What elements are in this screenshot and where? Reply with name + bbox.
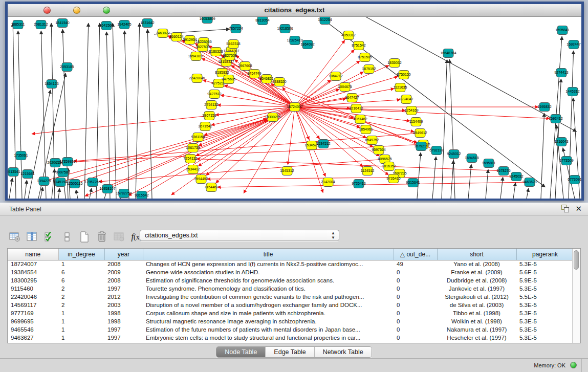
table-row[interactable]: 911546021997Tourette syndrome. Phenomeno… <box>8 285 572 293</box>
cell-title[interactable]: Estimation of significance thresholds fo… <box>143 276 394 285</box>
table-vertical-scrollbar[interactable] <box>572 249 580 343</box>
cell-in_degree[interactable]: 6 <box>58 268 104 276</box>
cell-out_degree[interactable]: 49 <box>394 260 437 268</box>
graph-edge[interactable] <box>9 178 12 199</box>
cell-name[interactable]: 18300295 <box>8 276 58 285</box>
cell-title[interactable]: Structural magnetic resonance image aver… <box>143 317 394 325</box>
cell-title[interactable]: Changes of HCN gene expression and I(f) … <box>143 260 394 268</box>
cell-year[interactable]: 2009 <box>104 268 143 276</box>
table-row[interactable]: 946362711997Embryonic stem cells: a mode… <box>8 334 572 342</box>
table-row[interactable]: 1872400712008Changes of HCN gene express… <box>8 260 572 268</box>
column-header-pagerank[interactable]: pagerank <box>516 249 572 260</box>
cell-pagerank[interactable]: 5.9E-5 <box>516 276 572 285</box>
network-graph-area[interactable]: 1872400718300295127543071815832781858324… <box>8 17 581 199</box>
table-row[interactable]: 2242004622012Investigating the contribut… <box>8 293 572 301</box>
cell-year[interactable]: 1997 <box>104 334 143 342</box>
window-titlebar[interactable]: citations_edges.txt <box>8 4 581 17</box>
column-header-short[interactable]: short <box>437 249 516 260</box>
graph-edge[interactable] <box>217 182 530 187</box>
cell-short[interactable]: Stergiakouli et al. (2012) <box>437 293 516 301</box>
delete-table-button[interactable] <box>112 230 127 244</box>
cell-out_degree[interactable]: 0 <box>394 317 437 325</box>
table-selector[interactable]: citations_edges.txt ▲▼ <box>140 230 339 241</box>
graph-edge[interactable] <box>75 119 267 184</box>
graph-edge[interactable] <box>124 31 129 199</box>
cell-pagerank[interactable]: 5.3E-5 <box>516 325 572 334</box>
graph-edge[interactable] <box>40 187 43 199</box>
cell-short[interactable]: Yano et al. (2008) <box>437 260 516 268</box>
cell-out_degree[interactable]: 0 <box>394 268 437 276</box>
table-row[interactable]: 969969511998Structural magnetic resonanc… <box>8 317 572 325</box>
cell-pagerank[interactable]: 5.6E-5 <box>516 268 572 276</box>
cell-pagerank[interactable]: 5.3E-5 <box>516 301 572 309</box>
tab-network-table[interactable]: Network Table <box>315 347 372 357</box>
table-row[interactable]: 946554611997Estimation of the future num… <box>8 325 572 334</box>
cell-out_degree[interactable]: 0 <box>394 309 437 317</box>
cell-in_degree[interactable]: 2 <box>58 301 104 309</box>
cell-out_degree[interactable]: 0 <box>394 325 437 334</box>
cell-name[interactable]: 9465546 <box>8 325 58 334</box>
cell-name[interactable]: 9699695 <box>8 317 58 325</box>
select-all-button[interactable] <box>42 230 57 244</box>
graph-edge[interactable] <box>76 190 78 199</box>
graph-edge[interactable] <box>295 107 363 167</box>
graph-edge[interactable] <box>442 59 447 199</box>
cell-name[interactable]: 19384554 <box>8 268 58 276</box>
cell-pagerank[interactable]: 5.3E-5 <box>516 309 572 317</box>
cell-short[interactable]: Wolkin et al. (1998) <box>437 317 516 325</box>
graph-edge[interactable] <box>106 32 110 199</box>
cell-title[interactable]: Investigating the contribution of common… <box>143 293 394 301</box>
column-header-year[interactable]: year <box>104 249 143 260</box>
table-row[interactable]: 977716911998Corpus callosum shape and si… <box>8 309 572 317</box>
cell-title[interactable]: Disruption of a novel member of a sodium… <box>143 301 394 309</box>
column-header-in_degree[interactable]: in_degree <box>58 249 104 260</box>
cell-out_degree[interactable]: 0 <box>394 293 437 301</box>
cell-out_degree[interactable]: 0 <box>394 285 437 293</box>
cell-in_degree[interactable]: 1 <box>58 325 104 334</box>
cell-title[interactable]: Corpus callosum shape and size in male p… <box>143 309 394 317</box>
graph-edge[interactable] <box>44 119 267 181</box>
cell-short[interactable]: Dudbridge et al. (2008) <box>437 276 516 285</box>
cell-short[interactable]: Franke et al. (2009) <box>437 268 516 276</box>
cell-out_degree[interactable]: 0 <box>394 301 437 309</box>
graph-edge[interactable] <box>500 177 503 199</box>
tab-node-table[interactable]: Node Table <box>216 347 266 357</box>
cell-name[interactable]: 9115460 <box>8 285 58 293</box>
column-header-name[interactable]: name <box>8 249 58 260</box>
cell-year[interactable]: 2003 <box>104 301 143 309</box>
cell-in_degree[interactable]: 1 <box>58 260 104 268</box>
cell-year[interactable]: 1998 <box>104 317 143 325</box>
show-columns-button[interactable] <box>25 230 40 244</box>
cell-out_degree[interactable]: 0 <box>394 276 437 285</box>
graph-edge[interactable] <box>295 76 398 107</box>
column-header-out_degree[interactable]: △ out_de... <box>394 249 437 260</box>
cell-pagerank[interactable]: 5.3E-5 <box>516 334 572 342</box>
cell-year[interactable]: 2012 <box>104 293 143 301</box>
cell-year[interactable]: 1997 <box>104 285 143 293</box>
cell-year[interactable]: 1998 <box>104 309 143 317</box>
delete-column-button[interactable] <box>94 230 110 244</box>
cell-short[interactable]: Tibbo et al. (1998) <box>437 309 516 317</box>
cell-year[interactable]: 2008 <box>104 260 143 268</box>
graph-edge[interactable] <box>486 169 488 199</box>
table-row[interactable]: 1456911722003Disruption of a novel membe… <box>8 301 572 309</box>
cell-title[interactable]: Embryonic stem cells: a model to study s… <box>143 334 394 342</box>
tab-edge-table[interactable]: Edge Table <box>266 347 314 357</box>
cell-year[interactable]: 2008 <box>104 276 143 285</box>
cell-in_degree[interactable]: 2 <box>58 285 104 293</box>
cell-in_degree[interactable]: 6 <box>58 276 104 285</box>
graph-edge[interactable] <box>25 180 27 199</box>
graph-edge[interactable] <box>99 159 385 182</box>
graph-edge[interactable] <box>432 157 436 199</box>
cell-pagerank[interactable]: 5.5E-5 <box>516 293 572 301</box>
network-canvas[interactable]: 1872400718300295127543071815832781858324… <box>8 17 581 199</box>
cell-in_degree[interactable]: 1 <box>58 309 104 317</box>
graph-edge[interactable] <box>60 119 267 182</box>
cell-title[interactable]: Genome-wide association studies in ADHD. <box>143 268 394 276</box>
graph-edge[interactable] <box>113 23 116 199</box>
cell-short[interactable]: Hescheler et al. (1997) <box>437 334 516 342</box>
deselect-all-button[interactable] <box>59 230 75 244</box>
graph-edge[interactable] <box>197 159 504 171</box>
cell-pagerank[interactable]: 5.3E-5 <box>516 260 572 268</box>
cell-name[interactable]: 22420046 <box>8 293 58 301</box>
